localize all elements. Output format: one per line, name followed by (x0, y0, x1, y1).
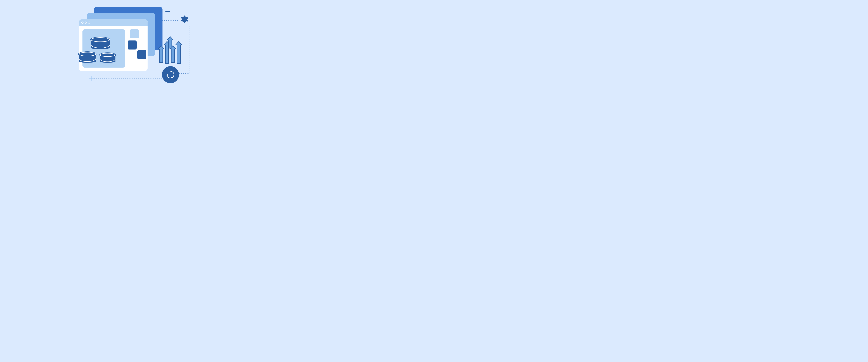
upward-arrows-group (158, 38, 184, 68)
sync-cycle-icon (162, 66, 179, 83)
arrow-up-icon (168, 40, 172, 49)
plus-icon (89, 76, 94, 81)
database-cylinder-icon (91, 37, 110, 49)
plus-icon (165, 9, 170, 14)
browser-window-front (79, 19, 148, 71)
arrow-up-icon (171, 49, 175, 63)
tile-dark (137, 50, 146, 59)
window-control-dot (88, 22, 90, 24)
database-cylinder-icon (100, 53, 116, 63)
tile-light (130, 29, 139, 38)
gear-icon (179, 15, 188, 25)
window-control-dot (82, 22, 84, 24)
tech-illustration (68, 4, 198, 89)
arrow-up-icon (159, 49, 163, 63)
tile-dark (128, 40, 136, 50)
window-titlebar (79, 19, 148, 26)
window-control-dot (85, 22, 87, 24)
database-cylinder-icon (79, 52, 96, 63)
arrow-up-icon (177, 44, 181, 64)
